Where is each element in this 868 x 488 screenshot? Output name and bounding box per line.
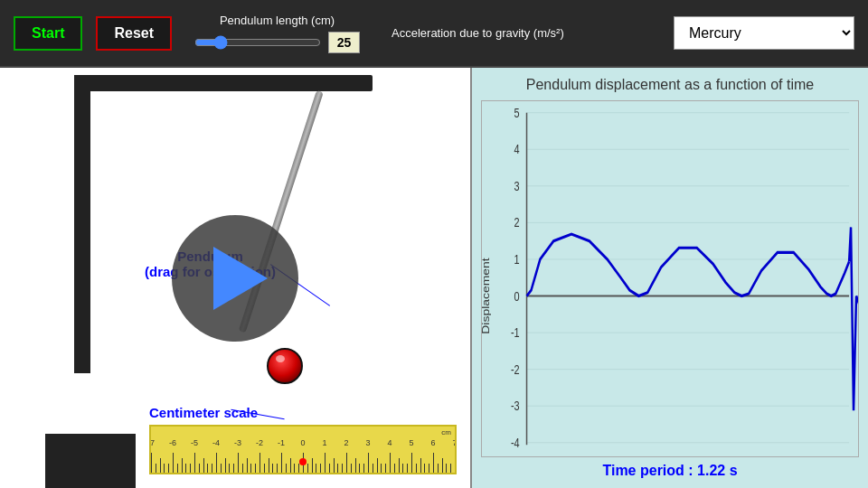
ruler-tick-major — [151, 453, 152, 473]
ruler-tick-minor — [429, 464, 429, 473]
ruler-tick-major — [216, 453, 217, 473]
play-icon — [213, 247, 268, 310]
ruler-tick-minor — [286, 464, 287, 473]
ruler-tick-minor — [407, 464, 408, 473]
pendulum-simulation-panel: Pendulum (drag for oscillation) Centimet… — [0, 68, 470, 488]
ruler-cm-label: cm — [441, 428, 451, 436]
time-period-label: Time period : 1.22 s — [481, 463, 859, 479]
ruler-number-4: 4 — [387, 438, 392, 447]
graph-title: Pendulum displacement as a function of t… — [481, 77, 859, 93]
ruler-tick-major — [346, 453, 347, 473]
ruler-tick-major — [433, 453, 434, 473]
ruler-tick-minor — [164, 464, 165, 473]
ruler-tick-minor — [264, 464, 265, 473]
gravity-label: Acceleration due to gravity (m/s²) — [392, 26, 660, 40]
ruler-tick-minor — [255, 464, 256, 473]
ruler-tick-minor — [381, 464, 382, 473]
ruler-tick-minor — [199, 464, 200, 473]
ruler-marks: -7-6-5-4-3-2-101234567 — [151, 436, 455, 473]
svg-rect-2 — [527, 113, 850, 446]
pendulum-bob[interactable] — [267, 348, 303, 384]
ruler-tick-minor — [373, 464, 373, 473]
ruler-number-3: 3 — [365, 438, 370, 447]
svg-text:-3: -3 — [511, 399, 520, 414]
ruler-tick-minor — [337, 464, 338, 473]
start-button[interactable]: Start — [14, 16, 82, 51]
ruler-tick-major — [281, 453, 282, 473]
top-bar: Start Reset Pendulum length (cm) 25 Acce… — [0, 0, 868, 68]
ruler-tick-minor — [450, 464, 451, 473]
ruler-tick-major — [455, 453, 456, 473]
ruler-tick-minor — [207, 464, 208, 473]
slider-row: 25 — [194, 32, 360, 53]
ruler-number--7: -7 — [149, 438, 155, 447]
ruler-tick-minor — [294, 464, 295, 473]
svg-text:4: 4 — [514, 143, 520, 157]
ruler-tick-minor — [394, 464, 395, 473]
svg-text:-1: -1 — [511, 326, 520, 341]
svg-text:Displacement: Displacement — [482, 258, 492, 334]
ruler-tick-minor — [399, 458, 400, 473]
ruler-tick-minor — [312, 458, 313, 473]
svg-text:-4: -4 — [511, 436, 520, 451]
ruler-tick-minor — [298, 464, 299, 473]
ruler-number--5: -5 — [191, 438, 198, 447]
ruler-tick-major — [325, 453, 326, 473]
ruler-tick-minor — [320, 464, 321, 473]
ruler-tick-minor — [185, 464, 186, 473]
ruler-tick-minor — [269, 458, 269, 473]
ruler-tick-minor — [190, 464, 191, 473]
ruler-number--2: -2 — [256, 438, 263, 447]
main-content: Pendulum (drag for oscillation) Centimet… — [0, 68, 868, 488]
planet-select[interactable]: Mercury Venus Earth Moon Mars Jupiter Sa… — [674, 16, 854, 50]
ruler-number-0: 0 — [300, 438, 305, 447]
ruler-tick-minor — [277, 464, 278, 473]
ruler-number-2: 2 — [344, 438, 348, 447]
stand-vertical — [74, 75, 90, 373]
ruler-tick-minor — [363, 464, 364, 473]
ruler-number-6: 6 — [430, 438, 435, 447]
ruler-number--6: -6 — [169, 438, 176, 447]
graph-container: 5 4 3 2 1 0 -1 -2 -3 -4 Displacement — [481, 100, 859, 457]
play-button[interactable] — [172, 215, 298, 342]
pendulum-length-value: 25 — [328, 32, 360, 53]
ruler-dot — [299, 458, 307, 465]
ruler-tick-minor — [221, 464, 222, 473]
ruler-tick-major — [173, 453, 174, 473]
ruler-tick-minor — [424, 464, 425, 473]
svg-text:3: 3 — [514, 180, 520, 194]
stand-horizontal — [74, 75, 373, 91]
ruler-tick-minor — [438, 464, 439, 473]
ruler-number-7: 7 — [452, 438, 457, 447]
ruler-number-5: 5 — [409, 438, 413, 447]
ruler-tick-minor — [182, 458, 183, 473]
pendulum-length-slider[interactable] — [194, 35, 321, 50]
ruler-tick-minor — [242, 464, 243, 473]
ruler-tick-minor — [229, 464, 230, 473]
pendulum-length-section: Pendulum length (cm) 25 — [194, 14, 360, 53]
ruler-tick-minor — [233, 464, 234, 473]
reset-button[interactable]: Reset — [96, 16, 172, 51]
ruler-inner: cm -7-6-5-4-3-2-101234567 — [151, 427, 455, 473]
ruler-tick-minor — [316, 464, 316, 473]
ruler-tick-major — [390, 453, 391, 473]
displacement-graph: 5 4 3 2 1 0 -1 -2 -3 -4 Displacement — [482, 101, 858, 456]
svg-text:2: 2 — [514, 216, 520, 230]
ruler-tick-minor — [416, 464, 417, 473]
ruler-tick-minor — [272, 464, 273, 473]
ruler-tick-minor — [203, 458, 204, 473]
ruler-tick-minor — [290, 458, 291, 473]
ruler-tick-minor — [212, 464, 212, 473]
svg-text:1: 1 — [514, 253, 520, 267]
ruler-tick-minor — [247, 458, 248, 473]
ruler-tick-minor — [250, 464, 251, 473]
ruler-tick-minor — [342, 464, 343, 473]
bob-highlight — [276, 355, 285, 362]
stand-base — [45, 434, 136, 488]
svg-text:5: 5 — [514, 106, 520, 120]
ruler-tick-minor — [446, 464, 447, 473]
ruler-tick-minor — [385, 464, 386, 473]
ruler-tick-major — [368, 453, 369, 473]
ruler-number--1: -1 — [278, 438, 285, 447]
ruler-tick-major — [238, 453, 239, 473]
